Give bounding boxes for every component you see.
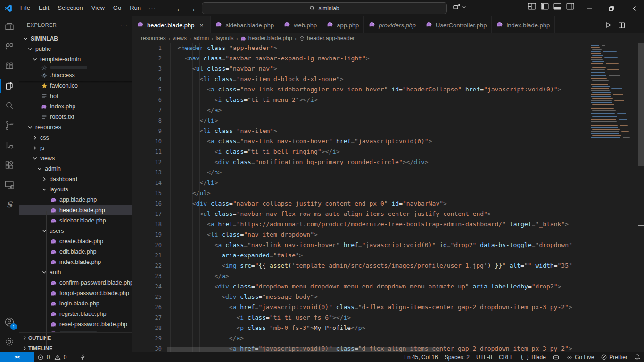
tree-item-SIMINLAB[interactable]: SIMINLAB <box>19 33 132 44</box>
vertical-scrollbar-thumb[interactable] <box>638 43 644 166</box>
breadcrumb-item-layouts[interactable]: layouts <box>215 35 233 41</box>
line-number[interactable]: 14 <box>132 178 162 188</box>
line-number[interactable]: 12 <box>132 157 162 167</box>
tree-item-login.blade.php[interactable]: login.blade.php <box>19 298 132 309</box>
code-editor[interactable]: 1<header class="app-header">2<nav class=… <box>132 43 644 352</box>
tree-item-public[interactable]: public <box>19 44 132 54</box>
toggle-panel-icon[interactable] <box>553 3 561 10</box>
line-number[interactable]: 23 <box>132 271 162 281</box>
remote-indicator[interactable]: >< <box>0 352 34 362</box>
explorer-icon[interactable] <box>0 76 19 96</box>
tree-item-css[interactable]: css <box>19 132 132 143</box>
command-center-search[interactable]: siminlab <box>202 2 447 14</box>
line-number[interactable]: 16 <box>132 198 162 209</box>
forward-arrow[interactable]: → <box>187 3 198 14</box>
line-number[interactable]: 8 <box>132 115 162 126</box>
tree-item-app.blade.php[interactable]: app.blade.php <box>19 195 132 205</box>
menu-item-file[interactable]: File <box>16 2 34 14</box>
source-control-icon[interactable] <box>0 115 19 135</box>
tree-item-partial[interactable] <box>19 65 132 70</box>
line-number[interactable]: 24 <box>132 281 162 292</box>
copilot-status-icon[interactable] <box>549 354 563 361</box>
container-icon[interactable] <box>0 16 19 36</box>
line-number[interactable]: 17 <box>132 209 162 219</box>
indentation-setting[interactable]: Spaces: 2 <box>441 354 473 361</box>
menu-item-view[interactable]: View <box>87 2 109 14</box>
tab-providers.php[interactable]: providers.php <box>364 16 421 33</box>
explorer-section-timeline[interactable]: TIMELINE <box>19 343 132 352</box>
tree-item-template-admin[interactable]: template-admin <box>19 54 132 65</box>
tab-header.blade.php[interactable]: header.blade.php× <box>132 16 211 33</box>
tree-item-hot[interactable]: hot <box>19 91 132 101</box>
run-file-icon[interactable] <box>603 19 614 31</box>
menu-item-go[interactable]: Go <box>109 2 125 14</box>
copilot-button[interactable] <box>453 3 467 11</box>
horizontal-scrollbar-thumb[interactable] <box>167 347 441 352</box>
line-number[interactable]: 27 <box>132 313 162 323</box>
line-number[interactable]: 26 <box>132 302 162 313</box>
breadcrumb-item-header.app-header[interactable]: header.app-header <box>299 35 355 41</box>
s-extension-icon[interactable]: S <box>0 195 19 214</box>
run-and-debug-icon[interactable] <box>0 135 19 155</box>
line-number[interactable]: 2 <box>132 53 162 64</box>
restore-button[interactable] <box>601 0 622 16</box>
line-number[interactable]: 19 <box>132 230 162 240</box>
line-number[interactable]: 3 <box>132 64 162 74</box>
prettier-status[interactable]: Prettier <box>597 354 631 361</box>
tree-item-resources[interactable]: resources <box>19 122 132 132</box>
line-number[interactable]: 4 <box>132 74 162 84</box>
editor-more-actions-icon[interactable]: ··· <box>629 19 640 31</box>
breadcrumb-item-resources[interactable]: resources <box>141 35 166 41</box>
tab-app.php[interactable]: app.php <box>322 16 364 33</box>
breadcrumb-item-admin[interactable]: admin <box>193 35 209 41</box>
line-number[interactable]: 21 <box>132 250 162 261</box>
settings-gear-icon[interactable] <box>0 332 19 352</box>
debug-bolt-icon[interactable] <box>76 352 89 362</box>
close-window-button[interactable] <box>622 0 644 16</box>
line-number[interactable]: 29 <box>132 333 162 344</box>
line-number[interactable]: 15 <box>132 188 162 198</box>
breadcrumb-item-views[interactable]: views <box>173 35 187 41</box>
tab-sidebar.blade.php[interactable]: sidebar.blade.php <box>211 16 279 33</box>
tab-UserController.php[interactable]: UserController.php <box>421 16 492 33</box>
tree-item-partial[interactable] <box>19 329 132 332</box>
accounts-icon[interactable]: 1 <box>0 312 19 332</box>
toggle-secondary-sidebar-icon[interactable] <box>566 3 574 10</box>
remote-explorer-icon[interactable] <box>0 175 19 195</box>
line-number[interactable]: 28 <box>132 323 162 333</box>
tab-web.php[interactable]: web.php <box>279 16 322 33</box>
tree-item-index.php[interactable]: index.php <box>19 101 132 112</box>
tree-item-create.blade.php[interactable]: create.blade.php <box>19 236 132 247</box>
extensions-icon[interactable] <box>0 155 19 175</box>
tree-item-views[interactable]: views <box>19 153 132 164</box>
problems-status[interactable]: 0 0 <box>34 352 70 362</box>
tree-item-layouts[interactable]: layouts <box>19 184 132 195</box>
notifications-bell-icon[interactable] <box>631 354 644 361</box>
split-editor-icon[interactable] <box>616 19 627 31</box>
search-icon[interactable] <box>0 96 19 115</box>
line-number[interactable]: 22 <box>132 261 162 271</box>
line-number[interactable]: 18 <box>132 219 162 230</box>
tree-item-sidebar.blade.php[interactable]: sidebar.blade.php <box>19 215 132 226</box>
menu-overflow-button[interactable]: ··· <box>145 2 159 14</box>
tree-item-header.blade.php[interactable]: header.blade.php <box>19 205 132 215</box>
tree-item-robots.txt[interactable]: robots.txt <box>19 112 132 122</box>
tree-item-index.blade.php[interactable]: index.blade.php <box>19 257 132 267</box>
close-tab-icon[interactable]: × <box>197 21 206 29</box>
explorer-section-outline[interactable]: OUTLINE <box>19 332 132 343</box>
customize-layout-icon[interactable] <box>528 3 536 10</box>
menu-item-selection[interactable]: Selection <box>53 2 87 14</box>
cursor-position[interactable]: Ln 45, Col 16 <box>401 354 441 361</box>
back-arrow[interactable]: ← <box>174 3 185 14</box>
tree-item-reset-password.blade.php[interactable]: reset-password.blade.php <box>19 319 132 329</box>
minimize-button[interactable] <box>579 0 601 16</box>
encoding-setting[interactable]: UTF-8 <box>473 354 495 361</box>
tree-item-register.blade.php[interactable]: register.blade.php <box>19 309 132 319</box>
tree-item-dashboard[interactable]: dashboard <box>19 174 132 184</box>
tree-item-auth[interactable]: auth <box>19 267 132 278</box>
breadcrumb-item-header.blade.php[interactable]: header.blade.php <box>240 35 292 41</box>
menu-item-run[interactable]: Run <box>125 2 145 14</box>
tree-item-js[interactable]: js <box>19 143 132 153</box>
line-number[interactable]: 6 <box>132 95 162 105</box>
tree-item-edit.blade.php[interactable]: edit.blade.php <box>19 247 132 257</box>
